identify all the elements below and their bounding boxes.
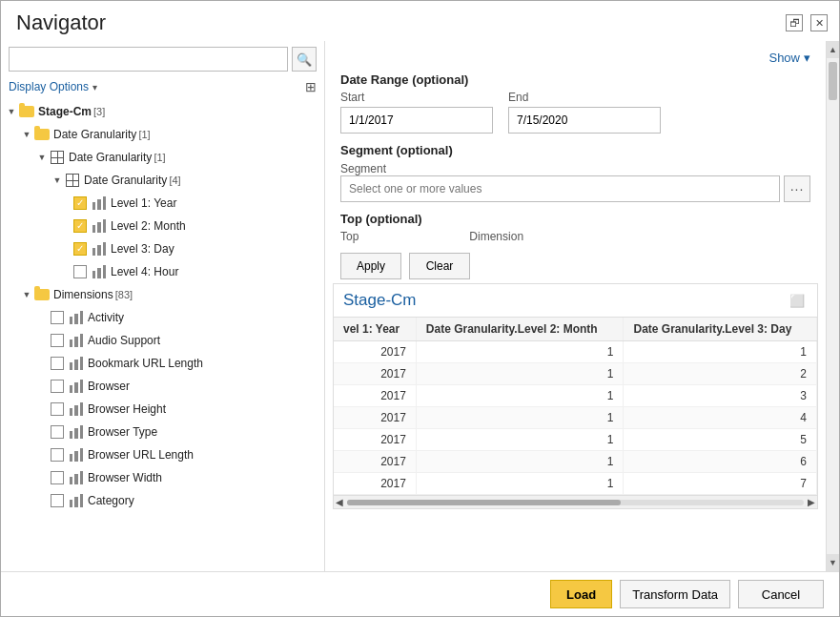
- col-icon-month: [91, 217, 108, 235]
- cell-month-6: 1: [416, 451, 624, 473]
- tree-item-browser-height[interactable]: Browser Height: [1, 398, 324, 421]
- checkbox-browser-url-length[interactable]: [51, 448, 64, 462]
- tree-item-browser[interactable]: Browser: [1, 375, 324, 398]
- cell-year-7: 2017: [334, 473, 416, 495]
- search-input[interactable]: [9, 47, 288, 72]
- badge-dg2: [1]: [154, 152, 165, 163]
- table-header-row: vel 1: Year Date Granularity.Level 2: Mo…: [334, 318, 817, 341]
- tree-item-level-month[interactable]: ✓ Level 2: Month: [1, 215, 324, 237]
- right-panel: Show ▾ Date Range (optional) Start: [325, 41, 826, 571]
- start-field: Start: [340, 91, 493, 134]
- apply-button[interactable]: Apply: [340, 253, 401, 279]
- hscroll-left-icon[interactable]: ◀: [336, 497, 343, 507]
- transform-button[interactable]: Transform Data: [620, 580, 730, 608]
- vscroll-bar: ▲ ▼: [826, 41, 839, 571]
- label-dimensions: Dimensions: [53, 288, 113, 301]
- tree-item-dg1[interactable]: ▼ Date Granularity [1]: [1, 123, 324, 146]
- cancel-button[interactable]: Cancel: [738, 580, 824, 608]
- tree-item-level-year[interactable]: ✓ Level 1: Year: [1, 192, 324, 215]
- label-level-hour: Level 4: Hour: [111, 265, 178, 278]
- checkbox-bookmark-url-length[interactable]: [51, 357, 64, 370]
- checkbox-level-month[interactable]: ✓: [73, 219, 87, 233]
- show-row: Show ▾: [340, 51, 810, 65]
- tree-item-dg3[interactable]: ▼ Date Granularity [4]: [1, 169, 324, 192]
- display-options-row: Display Options ▾ ⊞: [1, 77, 324, 98]
- clear-button[interactable]: Clear: [409, 253, 470, 279]
- search-bar: 🔍: [1, 41, 324, 77]
- tree-item-bookmark-url-length[interactable]: Bookmark URL Length: [1, 352, 324, 375]
- tree-item-browser-url-length[interactable]: Browser URL Length: [1, 443, 324, 466]
- display-options-button[interactable]: Display Options ▾: [9, 80, 97, 93]
- checkbox-level-day[interactable]: ✓: [73, 242, 87, 256]
- data-table: vel 1: Year Date Granularity.Level 2: Mo…: [334, 318, 817, 495]
- table-wrapper: vel 1: Year Date Granularity.Level 2: Mo…: [334, 318, 817, 495]
- col-header-month: Date Granularity.Level 2: Month: [416, 318, 624, 341]
- show-button[interactable]: Show ▾: [768, 51, 810, 65]
- show-arrow: ▾: [804, 51, 810, 65]
- badge-dimensions: [83]: [115, 289, 133, 300]
- start-label: Start: [340, 91, 493, 104]
- checkbox-browser-width[interactable]: [51, 471, 64, 484]
- end-input[interactable]: [508, 107, 661, 134]
- settings-icon: ⊞: [305, 79, 317, 94]
- hscroll-right-icon[interactable]: ▶: [808, 497, 815, 507]
- label-level-day: Level 3: Day: [111, 242, 174, 256]
- label-stage-cm: Stage-Cm: [38, 105, 92, 118]
- export-icon[interactable]: ⬜: [787, 290, 808, 311]
- end-field: End: [508, 91, 661, 134]
- cell-year-6: 2017: [334, 451, 416, 473]
- label-browser-height: Browser Height: [88, 402, 166, 416]
- label-bookmark-url-length: Bookmark URL Length: [88, 357, 203, 370]
- cell-month-4: 1: [416, 407, 624, 429]
- tree-item-activity[interactable]: Activity: [1, 306, 324, 329]
- cell-day-3: 3: [624, 385, 817, 407]
- vscroll-up[interactable]: ▲: [827, 41, 839, 58]
- cell-day-1: 1: [624, 341, 817, 363]
- top-group: Top (optional) Top Dimension: [340, 212, 810, 243]
- cell-month-1: 1: [416, 341, 624, 363]
- arrow-dg2: ▼: [35, 153, 49, 162]
- close-button[interactable]: ✕: [810, 14, 828, 31]
- tree-item-browser-type[interactable]: Browser Type: [1, 421, 324, 443]
- checkbox-audio-support[interactable]: [51, 334, 64, 347]
- table-row: 201714: [334, 407, 817, 429]
- checkbox-level-year[interactable]: ✓: [73, 196, 87, 210]
- tree-item-dimensions[interactable]: ▼ Dimensions [83]: [1, 283, 324, 306]
- checkbox-browser-height[interactable]: [51, 402, 64, 416]
- cell-month-5: 1: [416, 429, 624, 451]
- start-input[interactable]: [340, 107, 493, 134]
- h-scrollbar: ◀ ▶: [334, 495, 817, 508]
- arrow-stage-cm: ▼: [5, 107, 18, 116]
- checkbox-browser-type[interactable]: [51, 425, 64, 439]
- vscroll-down[interactable]: ▼: [827, 554, 839, 571]
- restore-button[interactable]: 🗗: [786, 14, 803, 31]
- checkbox-level-hour[interactable]: [73, 265, 87, 278]
- bottom-bar: Load Transform Data Cancel: [1, 571, 839, 616]
- tree-item-category[interactable]: Category: [1, 489, 324, 512]
- date-row: Start End: [340, 91, 810, 134]
- top-row: Top Dimension: [340, 230, 810, 243]
- hscroll-thumb: [347, 500, 621, 505]
- cell-year-3: 2017: [334, 385, 416, 407]
- tree-item-level-day[interactable]: ✓ Level 3: Day: [1, 237, 324, 260]
- tree-item-dg2[interactable]: ▼ Date Granularity [1]: [1, 146, 324, 169]
- segment-input[interactable]: [340, 175, 780, 202]
- checkbox-activity[interactable]: [51, 311, 64, 324]
- checkbox-browser[interactable]: [51, 380, 64, 393]
- tree-item-browser-width[interactable]: Browser Width: [1, 466, 324, 489]
- col-icon-category: [68, 492, 85, 509]
- col-icon-hour: [91, 263, 108, 280]
- load-button[interactable]: Load: [550, 580, 612, 608]
- main-content: 🔍 Display Options ▾ ⊞ ▼ Stage: [1, 41, 839, 571]
- tree-item-stage-cm[interactable]: ▼ Stage-Cm [3]: [1, 100, 324, 123]
- end-label: End: [508, 91, 661, 104]
- tree-item-audio-support[interactable]: Audio Support: [1, 329, 324, 352]
- dots-button[interactable]: ···: [784, 175, 810, 202]
- checkbox-category[interactable]: [51, 494, 64, 507]
- tree-item-level-hour[interactable]: Level 4: Hour: [1, 260, 324, 283]
- arrow-dimensions: ▼: [20, 290, 33, 299]
- vscroll-track: [827, 58, 839, 554]
- left-panel: 🔍 Display Options ▾ ⊞ ▼ Stage: [1, 41, 325, 571]
- label-dg1: Date Granularity: [53, 128, 136, 141]
- search-button[interactable]: 🔍: [292, 47, 317, 72]
